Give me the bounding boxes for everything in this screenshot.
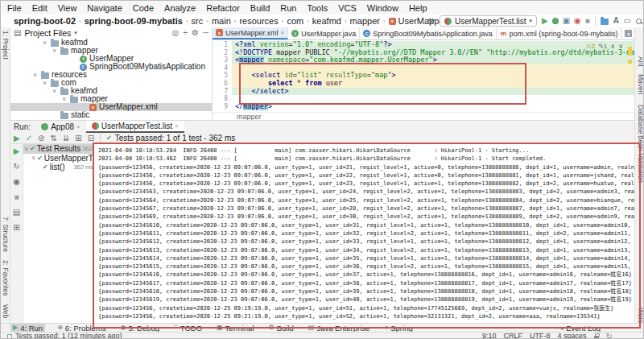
status-9-10[interactable]: 9:10: [482, 333, 497, 339]
run-icon[interactable]: ▶: [542, 17, 548, 25]
settings-icon[interactable]: ⚙: [192, 29, 199, 37]
pin-icon[interactable]: ⊞: [13, 224, 19, 232]
search-icon[interactable]: [636, 19, 642, 24]
toolwindow-button-5-debug[interactable]: ◉5: Debug: [118, 324, 163, 333]
code-line-6[interactable]: 6 select * from user: [213, 80, 634, 88]
lock-icon[interactable]: [594, 336, 599, 339]
translate-icon[interactable]: A: [613, 17, 619, 25]
wrench-icon[interactable]: ⚒: [427, 18, 435, 26]
code-line-7[interactable]: 7 </select>: [213, 88, 634, 96]
stripe-database[interactable]: Database: [637, 105, 644, 134]
breadcrumb-item[interactable]: spring-boot-09-mybatis: [85, 16, 183, 26]
toolwindow-button-todo[interactable]: ≡TODO: [171, 324, 204, 333]
menu-view[interactable]: View: [58, 3, 77, 13]
editor-breadcrumb[interactable]: mapper: [213, 112, 634, 120]
menu-navigate[interactable]: Navigate: [87, 3, 122, 13]
test-node-usermappertest[interactable]: ∨✔UserMapperTest362 ms: [23, 154, 94, 163]
test-node-list-[interactable]: ✔list()362 ms: [23, 163, 94, 172]
stripe-favorites[interactable]: 2: Favorites: [2, 260, 10, 296]
breadcrumb-item[interactable]: spring-boot-02: [14, 16, 76, 26]
tree-item-keafmd[interactable]: ∨keafmd: [10, 87, 212, 95]
code-area[interactable]: 1<?xml version="1.0" encoding="UTF-8"?>2…: [213, 41, 634, 110]
code-line-4[interactable]: 4: [213, 64, 634, 72]
editor-tab-usermapper-xml[interactable]: xUserMapper.xml×: [213, 27, 288, 39]
menu-run[interactable]: Run: [280, 3, 296, 13]
coverage-icon[interactable]: ▣: [563, 17, 570, 25]
status-crlf[interactable]: CRLF: [504, 333, 523, 339]
code-line-9[interactable]: 9</mapper>: [213, 103, 634, 111]
breadcrumb-item[interactable]: mapper: [350, 16, 380, 26]
editor-tab-application-yml[interactable]: yapplication.yml: [621, 27, 634, 39]
run-tab-app08[interactable]: App08×: [35, 121, 86, 133]
tree-item-resources[interactable]: ∨resources: [10, 71, 212, 79]
debug-icon[interactable]: [552, 18, 559, 24]
toolwindow-button-java-enterprise[interactable]: ▤Java Enterprise: [306, 324, 373, 333]
toolwindow-button-terminal[interactable]: ▣Terminal: [214, 324, 256, 333]
inspection-widget[interactable]: ⚠2 ✎1 ∧ ∨: [586, 43, 624, 50]
console-output[interactable]: 2021-04-08 10:18:53.284 INFO 26408 --- […: [94, 144, 634, 324]
status-utf-8[interactable]: UTF-8: [530, 333, 551, 339]
menu-window[interactable]: Window: [367, 3, 398, 13]
stripe-web[interactable]: Web: [2, 304, 10, 318]
project-view-title[interactable]: Project Files: [24, 28, 71, 38]
menu-code[interactable]: Code: [133, 3, 154, 13]
menu-analyze[interactable]: Analyze: [164, 3, 196, 13]
code-line-8[interactable]: 8: [213, 95, 634, 103]
history-icon[interactable]: ▤: [13, 209, 20, 217]
breadcrumb-item[interactable]: keafmd: [312, 16, 341, 26]
run-tab-usermappertest-list[interactable]: UserMapperTest.list×: [86, 121, 184, 133]
status-4-spaces[interactable]: 4 spaces: [558, 333, 587, 339]
stripe-project[interactable]: 1: Project: [2, 31, 10, 60]
stop2-icon[interactable]: ■: [14, 193, 19, 201]
profiler-icon[interactable]: ◉: [574, 17, 581, 25]
chevron-expanded-icon[interactable]: ∨: [52, 47, 58, 55]
editor-tab-springboot09mybatisapplication-java[interactable]: CSpringBoot09MybatisApplication.java: [360, 27, 497, 39]
menu-refactor[interactable]: Refactor: [206, 3, 240, 13]
menu-edit[interactable]: Edit: [32, 3, 47, 13]
stop-icon[interactable]: ■: [585, 17, 590, 25]
chevron-expanded-icon[interactable]: ∨: [31, 155, 35, 161]
breadcrumb-item[interactable]: com: [287, 16, 303, 26]
expand-all-icon[interactable]: ⊞: [75, 134, 81, 143]
blue-folder-icon[interactable]: [601, 19, 609, 25]
menu-help[interactable]: Help: [409, 3, 427, 13]
chevron-expanded-icon[interactable]: ∨: [24, 146, 28, 152]
tree-item-usermapper-xml[interactable]: xUserMapper.xml: [10, 103, 212, 111]
tree-item-keafmd[interactable]: ∨keafmd: [10, 39, 212, 47]
sort-time-icon[interactable]: ⇊: [63, 134, 69, 143]
editor-tab-usermapper-java[interactable]: IUserMapper.java: [288, 27, 360, 39]
rerun-icon[interactable]: ▶: [14, 147, 20, 155]
collapse-all-icon[interactable]: ÷: [183, 29, 188, 37]
breadcrumb-item[interactable]: main: [212, 16, 231, 26]
hide-icon[interactable]: ─: [203, 29, 208, 37]
breadcrumb-item[interactable]: resources: [239, 16, 278, 26]
collapse-nodes-icon[interactable]: ⊟: [88, 134, 94, 143]
test-node-test-results[interactable]: ∨✔Test Results362ms: [23, 144, 94, 154]
rerun-failed-icon[interactable]: ↻: [13, 163, 19, 171]
chevron-expanded-icon[interactable]: ∨: [33, 71, 39, 79]
sort-alpha-icon[interactable]: ⇅: [50, 134, 56, 143]
menu-tools[interactable]: Tools: [307, 3, 328, 13]
code-line-2[interactable]: 2<!DOCTYPE mapper PUBLIC "-//mybatis.org…: [213, 49, 634, 57]
toggle-auto-icon[interactable]: ◉: [13, 178, 20, 186]
chevron-expanded-icon[interactable]: ∨: [62, 95, 68, 103]
menu-build[interactable]: Build: [250, 3, 270, 13]
stripe-structure[interactable]: 7: Structure: [2, 217, 10, 252]
rerun-icon[interactable]: ▶: [14, 134, 20, 143]
tree-item-springboot09mybatisapplication[interactable]: CSpringBoot09MybatisApplication: [10, 63, 212, 71]
menu-file[interactable]: File: [7, 3, 22, 13]
close-icon[interactable]: ×: [281, 29, 285, 36]
stripe-beanvalidation[interactable]: Bean Validation: [637, 135, 644, 183]
tree-item-com[interactable]: ∨com: [10, 79, 212, 87]
toolwindow-button-6-problems[interactable]: ⊕6: Problems: [55, 324, 108, 333]
editor-tab-pom-xml-spring-boot-09-mybatis-[interactable]: mpom.xml (spring-boot-09-mybatis): [497, 27, 622, 39]
toolwindow-button-build[interactable]: ⚙Build: [266, 324, 296, 333]
chevron-down-icon[interactable]: ▾: [74, 30, 77, 36]
close-icon[interactable]: ×: [76, 123, 80, 130]
stripe-maven[interactable]: Maven: [637, 74, 644, 95]
toolwindow-button-4-run[interactable]: ▶4: Run: [10, 324, 45, 333]
update-icon[interactable]: ↻: [606, 333, 613, 339]
show-passed-icon[interactable]: ✓: [26, 134, 32, 143]
prev-issue-icon[interactable]: ∧: [610, 43, 615, 50]
locate-icon[interactable]: ◎: [172, 29, 180, 37]
